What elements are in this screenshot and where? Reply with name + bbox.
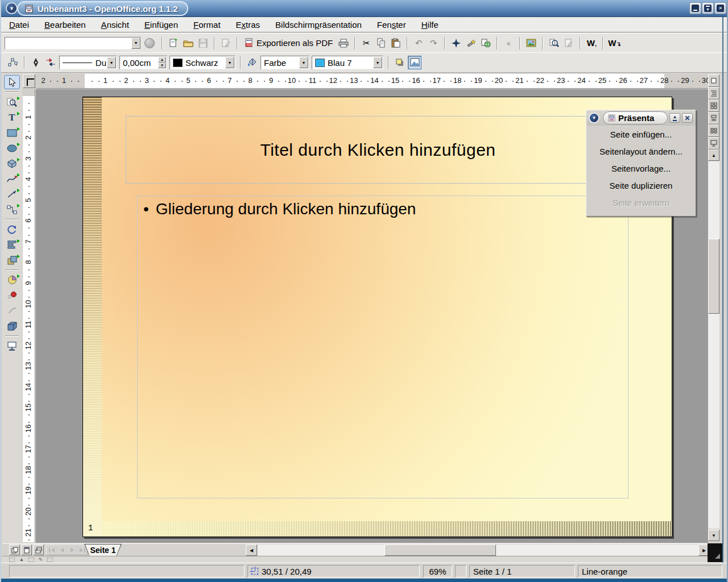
- stylist-button[interactable]: [464, 36, 478, 50]
- scroll-left-button[interactable]: ◀: [246, 544, 257, 556]
- menu-ansicht[interactable]: Ansicht: [101, 20, 129, 30]
- alignment-button[interactable]: [4, 238, 20, 252]
- controller-3d-button[interactable]: [4, 319, 20, 333]
- autospellcheck-button[interactable]: W↴: [607, 36, 622, 50]
- drawing-view-button[interactable]: [708, 74, 719, 87]
- palette-item[interactable]: Seite duplizieren: [586, 177, 696, 194]
- curve-tool-button[interactable]: [4, 172, 20, 186]
- hruler-tick: 10: [288, 76, 296, 85]
- horizontal-scrollbar-track[interactable]: [258, 544, 698, 556]
- area-dialog-button[interactable]: [245, 56, 259, 69]
- ruler-origin-icon: [27, 78, 34, 86]
- menu-bearbeiten[interactable]: Bearbeiten: [44, 20, 86, 30]
- handout-view-button[interactable]: [708, 124, 719, 137]
- edit-points-button[interactable]: [6, 56, 20, 69]
- palette-shade-button[interactable]: ▲: [669, 113, 680, 123]
- presentation-palette[interactable]: ▼ Präsenta ▲ ✕ Seite einfügen...Seitenla…: [586, 110, 696, 217]
- menu-fenster[interactable]: Fenster: [377, 20, 406, 30]
- menu-datei[interactable]: Datei: [9, 20, 29, 30]
- rectangle-tool-button[interactable]: [4, 126, 20, 140]
- shadow-button[interactable]: [393, 56, 407, 69]
- line-dialog-button[interactable]: [29, 56, 43, 69]
- presentation-button[interactable]: [4, 339, 20, 353]
- zoom-button[interactable]: [547, 36, 561, 50]
- hyperlink-button[interactable]: [479, 36, 493, 50]
- url-combobox[interactable]: ▼: [5, 37, 141, 49]
- palette-menu-button[interactable]: ▼: [589, 113, 599, 123]
- spellcheck-button[interactable]: W,: [585, 36, 598, 50]
- minimize-button[interactable]: [689, 2, 701, 14]
- combo-dropdown-icon[interactable]: ▼: [131, 38, 140, 49]
- copy-button[interactable]: [374, 36, 388, 50]
- window-resize-grip[interactable]: [708, 543, 722, 562]
- titlebar[interactable]: ▼ Unbenannt3 - OpenOffice.org 1.1.2 ▼ ✕: [1, 0, 728, 17]
- line-width-stepper[interactable]: 0,00cm ▲ ▼: [119, 56, 167, 69]
- status-zoom-field[interactable]: 69%: [423, 565, 452, 577]
- title-placeholder[interactable]: Titel durch Klicken hinzufügen: [126, 116, 630, 184]
- open-button[interactable]: [181, 36, 195, 50]
- preview-toggle-button[interactable]: [408, 56, 421, 69]
- notes-view-button[interactable]: [708, 112, 719, 124]
- arrow-style-button[interactable]: [44, 56, 57, 69]
- close-button[interactable]: ✕: [714, 2, 726, 14]
- select-tool-button[interactable]: [4, 75, 20, 89]
- menu-hilfe[interactable]: Hilfe: [421, 20, 439, 30]
- arrange-button[interactable]: [4, 253, 20, 267]
- palette-titlebar[interactable]: ▼ Präsenta ▲ ✕: [586, 110, 696, 126]
- interaction-button[interactable]: [4, 288, 20, 302]
- line-color-dropdown-icon[interactable]: ▼: [225, 57, 234, 68]
- palette-item[interactable]: Seitenvorlage...: [586, 160, 696, 177]
- gallery-button[interactable]: [524, 36, 538, 50]
- palette-close-button[interactable]: ✕: [682, 113, 693, 123]
- menu-format[interactable]: Format: [193, 20, 221, 30]
- navigator-button[interactable]: [449, 36, 463, 50]
- horizontal-ruler[interactable]: 2112345678910111213141516171819202122232…: [36, 74, 708, 89]
- line-style-select[interactable]: Du ▼: [59, 56, 117, 69]
- layer-mode-button[interactable]: [33, 544, 44, 555]
- master-mode-button[interactable]: [21, 544, 32, 555]
- outline-view-button[interactable]: [708, 87, 719, 99]
- line-style-dropdown-icon[interactable]: ▼: [107, 57, 116, 68]
- connector-tool-button[interactable]: [4, 202, 20, 217]
- export-pdf-button[interactable]: PDF Exportieren als PDF: [242, 36, 336, 51]
- spin-down-icon[interactable]: ▼: [158, 63, 166, 68]
- line-color-select[interactable]: Schwarz ▼: [169, 56, 235, 69]
- rotate-tool-button[interactable]: [4, 222, 20, 236]
- fill-color-select[interactable]: Blau 7 ▼: [312, 56, 383, 69]
- tab-seite-1[interactable]: Seite 1: [84, 544, 122, 556]
- text-tool-button[interactable]: T: [4, 110, 20, 124]
- page-mode-button[interactable]: [9, 544, 20, 555]
- slide[interactable]: Titel durch Klicken hinzufügen • Glieder…: [82, 97, 672, 537]
- print-button[interactable]: [337, 36, 350, 50]
- fill-type-select[interactable]: Farbe ▼: [260, 56, 309, 69]
- lines-arrows-button[interactable]: [4, 187, 20, 201]
- vertical-scrollbar-track[interactable]: [708, 161, 719, 529]
- menu-einfuegen[interactable]: Einfügen: [144, 20, 178, 30]
- spin-up-icon[interactable]: ▲: [158, 57, 166, 63]
- paste-button[interactable]: [389, 36, 403, 50]
- palette-item[interactable]: Seitenlayout ändern...: [586, 143, 696, 160]
- start-presentation-button[interactable]: [708, 137, 719, 149]
- effects-button[interactable]: [4, 273, 20, 287]
- new-document-button[interactable]: [167, 36, 180, 50]
- fill-type-dropdown-icon[interactable]: ▼: [299, 57, 308, 68]
- url-input[interactable]: [5, 38, 131, 49]
- horizontal-scrollbar-thumb[interactable]: [384, 544, 496, 556]
- cut-button[interactable]: ✂: [359, 36, 373, 50]
- outline-placeholder[interactable]: • Gliederung durch Klicken hinzufügen: [137, 196, 628, 498]
- objects-3d-button[interactable]: [4, 156, 20, 171]
- ruler-origin-button[interactable]: [23, 74, 35, 88]
- menu-extras[interactable]: Extras: [236, 20, 260, 30]
- vertical-ruler[interactable]: 123456789101112131415161718192021: [23, 89, 35, 542]
- vertical-scrollbar-thumb[interactable]: [708, 239, 719, 314]
- palette-item[interactable]: Seite einfügen...: [586, 126, 696, 143]
- window-menu-button[interactable]: ▼: [6, 2, 18, 14]
- slide-view-button[interactable]: [708, 99, 719, 112]
- menu-bildschirmpraesentation[interactable]: Bildschirmpräsentation: [275, 20, 362, 30]
- scroll-up-button[interactable]: ▲: [708, 149, 719, 161]
- scroll-down-button[interactable]: ▼: [708, 530, 719, 541]
- ellipse-tool-button[interactable]: [4, 141, 20, 155]
- fill-color-dropdown-icon[interactable]: ▼: [373, 57, 382, 68]
- zoom-tool-button[interactable]: [4, 95, 20, 109]
- maximize-button[interactable]: ▼: [702, 2, 714, 14]
